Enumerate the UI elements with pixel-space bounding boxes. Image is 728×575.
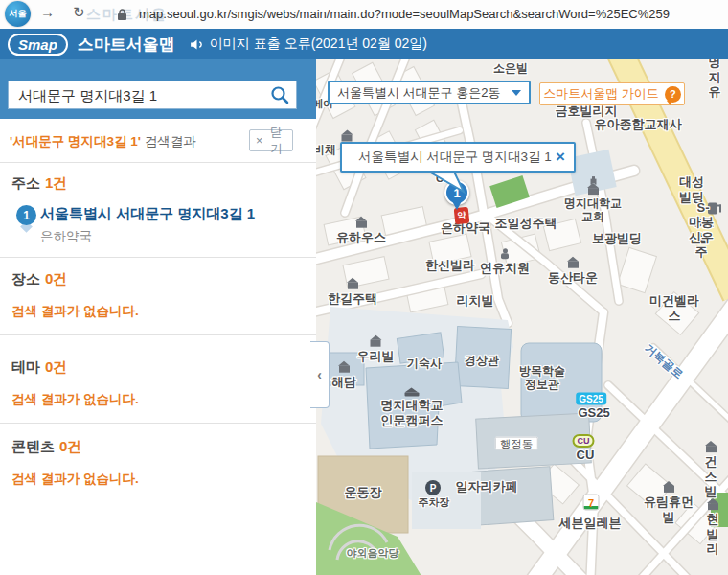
map-label: 연유치원 [480, 245, 530, 276]
map-label: 건스빌 [702, 440, 719, 499]
app-title: 스마트서울맵 [78, 34, 175, 56]
map-label: 비채 [316, 143, 336, 156]
map-label: 거북골로 [642, 341, 686, 381]
map-poi-seven-icon: 7 [583, 494, 600, 511]
result-header: '서대문구 명지대3길 1' 검색결과 × 닫기 [0, 119, 316, 163]
app-header: Smap 스마트서울맵 이미지 표출 오류(2021년 02월 02일) [0, 29, 728, 59]
lock-icon [117, 8, 127, 25]
contents-count: 0건 [59, 438, 81, 454]
map-label: 행정동 [495, 437, 538, 451]
map[interactable]: 소은빌명지유금호빌리지유아종합교재사베이비채CU유하우스은하약국조일성주택명지대… [316, 59, 728, 575]
church-icon [588, 188, 599, 195]
contents-section-title: 콘텐츠0건 [11, 438, 81, 456]
map-label: 마봉신우주 [688, 215, 715, 260]
search-input[interactable] [16, 83, 264, 108]
theme-section: 테마0건 검색 결과가 없습니다. [0, 335, 316, 424]
map-label: 명지유 [708, 59, 721, 99]
house-icon [706, 446, 717, 452]
map-label: 소은빌 [493, 61, 528, 75]
result-query: '서대문구 명지대3길 1' 검색결과 [10, 133, 196, 150]
map-label: GS25 [578, 405, 609, 421]
map-label: 기숙사 [407, 356, 442, 370]
search-button[interactable] [269, 85, 290, 106]
sidebar-collapse-tab[interactable]: ‹ [310, 341, 330, 408]
result-address[interactable]: 서울특별시 서대문구 명지대3길 1 [40, 205, 255, 223]
map-label: 유아종합교재사 [595, 117, 682, 132]
theme-section-title: 테마0건 [11, 358, 67, 377]
close-icon: × [256, 134, 262, 148]
map-label: 한신빌라 [425, 258, 475, 273]
place-empty-message: 검색 결과가 없습니다. [11, 303, 139, 320]
house-icon [664, 486, 674, 493]
contents-empty-message: 검색 결과가 없습니다. [11, 471, 139, 488]
map-label-layer: 소은빌명지유금호빌리지유아종합교재사베이비채CU유하우스은하약국조일성주택명지대… [316, 59, 728, 575]
place-section-title: 장소0건 [11, 270, 67, 288]
map-label: 운동장 [345, 485, 382, 500]
map-label: 야외음악당 [347, 547, 399, 560]
browser-bar: 서울 → ↻ 스마트서울 map.seoul.go.kr/smgis/webs/… [0, 0, 728, 30]
theme-count: 0건 [45, 358, 67, 375]
search-icon [270, 85, 289, 104]
notice-text: 이미지 표출 오류(2021년 02월 02일) [210, 35, 427, 53]
result-place-name: 은하약국 [40, 228, 92, 245]
close-results-button[interactable]: × 닫기 [249, 129, 293, 151]
map-poi-gs25-icon: GS25 [576, 393, 606, 405]
district-dropdown-value: 서울특별시 서대문구 홍은2동 [337, 84, 500, 102]
address-section: 주소1건 1 서울특별시 서대문구 명지대3길 1 은하약국 [0, 163, 316, 258]
speaker-icon [189, 36, 205, 53]
search-box [8, 80, 297, 109]
district-dropdown[interactable]: 서울특별시 서대문구 홍은2동 [328, 80, 531, 104]
map-label: 미건벨라스 [648, 293, 701, 323]
house-icon [356, 221, 367, 228]
chevron-down-icon [512, 90, 521, 96]
popup-close-icon[interactable]: × [556, 147, 565, 168]
map-label: 명지대학교 교회 [564, 176, 622, 224]
theme-empty-message: 검색 결과가 없습니다. [11, 391, 139, 408]
map-label: 해담 [331, 360, 356, 390]
notice: 이미지 표출 오류(2021년 02월 02일) [189, 35, 427, 53]
map-label: 우리빌 [357, 334, 395, 364]
map-label: 유하우스 [336, 216, 386, 245]
search-panel [0, 59, 316, 119]
popup-tail [423, 171, 471, 196]
map-label: 조일성주택 [495, 216, 557, 231]
map-label: 동산타운 [548, 256, 598, 286]
map-label: 주차장 [419, 496, 450, 509]
map-label: 세븐일레븐 [559, 516, 622, 531]
kid-icon [500, 248, 510, 259]
place-section: 장소0건 검색 결과가 없습니다. [0, 258, 316, 335]
guide-label: 스마트서울맵 가이드 [543, 85, 659, 103]
map-label: 일자리카페 [456, 479, 518, 494]
house-icon [568, 262, 579, 268]
contents-section: 콘텐츠0건 검색 결과가 없습니다. [0, 424, 316, 519]
map-label: CU [577, 448, 595, 463]
map-label: 한길주택 [328, 277, 377, 307]
map-poi-cu-icon: CU [573, 434, 595, 448]
chevron-left-icon: ‹ [317, 367, 322, 382]
seoul-logo-icon: 서울 [5, 1, 31, 27]
popup-address-text: 서울특별시 서대문구 명지대3길 1 [358, 149, 552, 166]
house-icon [348, 283, 358, 289]
map-label: 경상관 [465, 354, 499, 367]
address-bar[interactable]: map.seoul.go.kr/smgis/webs/main/main.do?… [139, 7, 670, 21]
forward-icon[interactable]: → [40, 4, 55, 20]
map-label: 보광빌딩 [592, 231, 642, 246]
smart-seoul-map-app: 서울 → ↻ 스마트서울 map.seoul.go.kr/smgis/webs/… [0, 0, 728, 575]
guide-button[interactable]: 스마트서울맵 가이드 ? [539, 82, 685, 105]
reload-icon[interactable]: ↻ [73, 4, 85, 21]
map-label: 현빌리 [705, 497, 720, 557]
house-icon [708, 503, 718, 510]
search-sidebar: '서대문구 명지대3길 1' 검색결과 × 닫기 주소1건 1 서울특별시 서대… [0, 59, 317, 575]
map-label: 유림휴먼빌 [639, 480, 698, 524]
address-count: 1건 [45, 174, 67, 191]
place-count: 0건 [45, 270, 67, 287]
address-popup: 서울특별시 서대문구 명지대3길 1 × [340, 142, 576, 172]
smap-logo[interactable]: Smap [8, 34, 68, 56]
address-section-title: 주소1건 [11, 174, 67, 193]
grad-icon [405, 392, 420, 396]
house-icon [371, 340, 381, 347]
house-icon [342, 135, 353, 142]
question-bubble-icon: ? [665, 86, 681, 103]
map-poi-p-icon: P [425, 480, 441, 495]
map-label: 명지대학교 인문캠퍼스 [381, 384, 444, 427]
